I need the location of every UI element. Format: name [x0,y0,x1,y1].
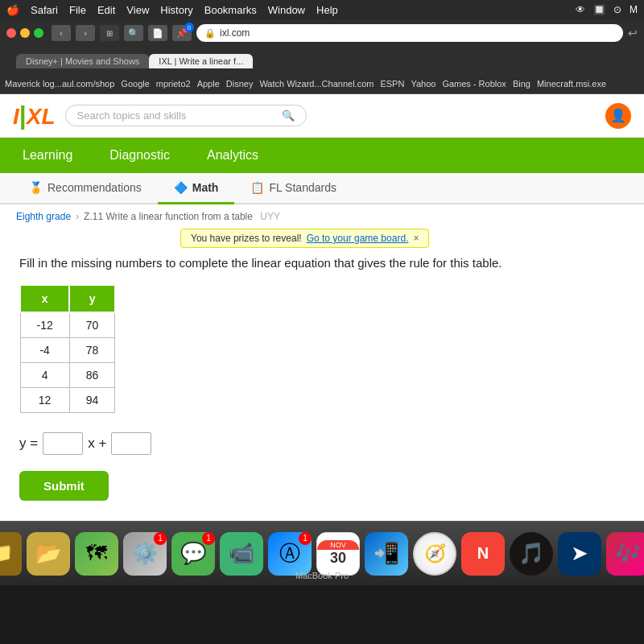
user-avatar[interactable]: 👤 [605,103,631,129]
cell-x: 4 [20,363,69,388]
bookmark-mprieto[interactable]: mprieto2 [156,79,191,89]
cell-x: -12 [20,312,69,338]
nav-learning[interactable]: Learning [16,145,79,166]
forward-button[interactable]: › [76,25,95,41]
dock-news[interactable]: N [461,532,505,576]
dock-music[interactable]: 🎶 [606,532,644,576]
bookmark-bing[interactable]: Bing [513,79,530,89]
breadcrumb-grade[interactable]: Eighth grade [16,211,71,222]
mac-dock: 😊 📁 📂 🗺 ⚙️ 1 💬 1 📹 Ⓐ 1 NOV 30 📲 🧭 N 🎵 [0,521,644,585]
cell-y: 94 [69,388,115,413]
col-x: x [20,285,69,312]
bookmark-minecraft[interactable]: Minecraft.msi.exe [537,79,606,89]
breadcrumb-skill: Z.11 Write a linear function from a tabl… [84,211,280,222]
menu-safari[interactable]: Safari [31,4,58,16]
dock-maps[interactable]: 🗺 [75,532,118,576]
breadcrumb-separator: › [76,211,79,222]
bookmark-yahoo[interactable]: Yahoo [411,79,436,89]
menu-bookmarks[interactable]: Bookmarks [204,4,257,16]
bookmark-google[interactable]: Google [121,79,149,89]
close-button[interactable] [6,28,16,38]
dock-system-prefs[interactable]: ⚙️ 1 [123,532,167,576]
ixl-nav: Learning Diagnostic Analytics [0,138,644,173]
tab-ixl[interactable]: IXL | Write a linear f... [149,54,253,68]
address-bar[interactable]: 🔒 ixl.com [196,24,623,42]
fullscreen-button[interactable] [34,28,43,38]
nav-analytics[interactable]: Analytics [200,145,265,166]
math-icon: 🔷 [174,181,188,194]
bookmark-espn[interactable]: ESPN [380,79,404,89]
x-label: x + [88,436,106,452]
tab-recommendations[interactable]: 🏅 Recommendations [13,173,158,204]
apple-menu[interactable]: 🍎 [6,4,19,16]
search-placeholder: Search topics and skills [77,109,187,122]
browser-actions: ↩ [628,27,638,39]
traffic-lights [6,28,43,38]
bookmark-maverick[interactable]: Maverick log...aul.com/shop [5,79,114,89]
equation-row: y = x + [19,432,625,455]
recommendations-icon: 🏅 [29,181,43,194]
col-y: y [69,285,115,312]
question-text: Fill in the missing numbers to complete … [19,254,625,271]
data-table: x y -1270-4784861294 [19,284,116,413]
table-row: -478 [20,338,115,363]
nav-diagnostic[interactable]: Diagnostic [103,145,176,166]
menu-history[interactable]: History [160,4,192,16]
cell-x: -4 [20,338,69,363]
dock-folder2[interactable]: 📂 [27,532,70,576]
bookmark-apple[interactable]: Apple [197,79,220,89]
search-box[interactable]: Search topics and skills 🔍 [65,105,307,126]
appstore-badge: 1 [299,532,312,545]
security-lock-icon: 🔒 [204,28,216,39]
minimize-button[interactable] [20,28,30,38]
dock-arrow[interactable]: ➤ [558,532,601,576]
browser-chrome: ‹ › ⊞ 🔍 📄 📌0 🔒 ixl.com ↩ Disney+ | Movie… [0,19,644,73]
bookmark-disney[interactable]: Disney [226,79,254,89]
prize-close-button[interactable]: × [413,233,419,244]
dock-safari[interactable]: 🧭 [413,532,456,576]
bookmark-watch-wizard[interactable]: Watch Wizard...Channel.com [259,79,374,89]
y-label: y = [19,436,38,452]
submit-button[interactable]: Submit [19,471,109,501]
tab-math[interactable]: 🔷 Math [158,173,235,204]
share-icon[interactable]: ↩ [628,27,638,39]
dock-folder1[interactable]: 📁 [0,532,22,576]
main-content: You have prizes to reveal! Go to your ga… [0,229,644,517]
menu-view[interactable]: View [126,4,149,16]
url-text: ixl.com [220,27,250,39]
tab-disney[interactable]: Disney+ | Movies and Shows [16,54,149,68]
menu-help[interactable]: Help [316,4,338,16]
dock-messages[interactable]: 💬 1 [171,532,215,576]
cell-y: 78 [69,338,115,363]
macbook-label: MacBook Pro [295,568,349,582]
tab-switcher[interactable]: ⊞ [100,25,119,41]
dock-spotify[interactable]: 🎵 [510,532,553,576]
reader-button[interactable]: 📄 [148,25,167,41]
ixl-logo: I|XL [13,101,56,130]
prize-text: You have prizes to reveal! [191,233,302,244]
cell-y: 86 [69,363,115,388]
dock-appstore2[interactable]: 📲 [365,532,408,576]
web-content: I|XL Search topics and skills 🔍 👤 Learni… [0,94,644,521]
ixl-tabs: 🏅 Recommendations 🔷 Math 📋 FL Standards [0,173,644,204]
table-row: 1294 [20,388,115,413]
menu-edit[interactable]: Edit [97,4,115,16]
dock-facetime[interactable]: 📹 [220,532,263,576]
fl-icon: 📋 [250,181,264,194]
bookmark-roblox[interactable]: Games - Roblox [442,79,506,89]
prize-link[interactable]: Go to your game board. [307,233,409,244]
prize-banner: You have prizes to reveal! Go to your ga… [180,229,429,248]
breadcrumb: Eighth grade › Z.11 Write a linear funct… [0,204,644,229]
back-button[interactable]: ‹ [52,25,71,41]
menu-file[interactable]: File [69,4,86,16]
search-nav-button[interactable]: 🔍 [124,25,143,41]
constant-input[interactable] [111,432,151,455]
table-row: 486 [20,363,115,388]
coefficient-input[interactable] [43,432,83,455]
status-icons: 👁🔲⊙M [576,4,638,15]
bookmarks-bar: Maverick log...aul.com/shop Google mprie… [0,73,644,94]
browser-window: ‹ › ⊞ 🔍 📄 📌0 🔒 ixl.com ↩ Disney+ | Movie… [0,19,644,521]
tab-fl-standards[interactable]: 📋 FL Standards [234,173,353,204]
pin-button[interactable]: 📌0 [172,25,192,41]
menu-window[interactable]: Window [268,4,305,16]
